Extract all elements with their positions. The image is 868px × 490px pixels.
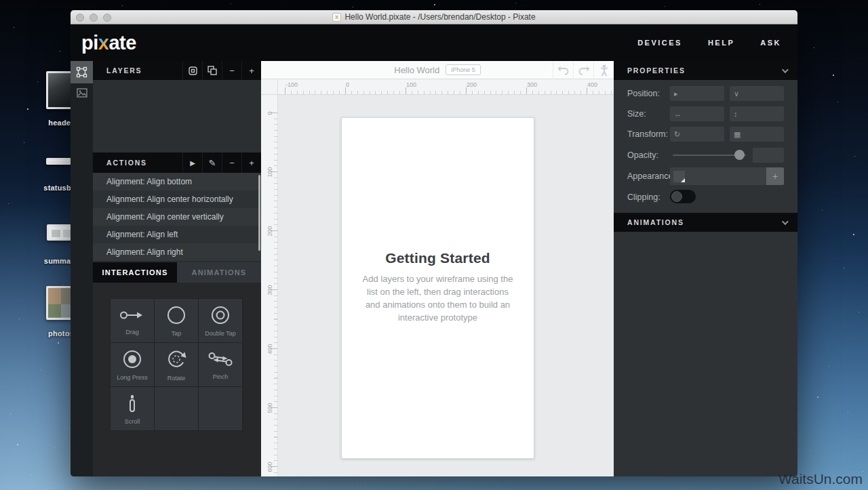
image-tool-button[interactable] — [71, 83, 93, 102]
rotation-input[interactable]: ↻ — [670, 127, 724, 142]
action-item[interactable]: Alignment: Align center vertically — [93, 208, 261, 226]
pinch-icon — [208, 350, 233, 369]
ruler-tick-label: -100 — [285, 81, 298, 88]
position-x-input[interactable]: ▸ — [670, 86, 724, 101]
device-badge[interactable]: iPhone 5 — [446, 64, 481, 75]
ruler-tick-label: 100 — [267, 164, 273, 180]
action-item[interactable]: Alignment: Align left — [93, 226, 261, 243]
add-action-button[interactable]: + — [241, 152, 261, 173]
gesture-label: Pinch — [213, 373, 229, 380]
position-y-input[interactable]: ∨ — [730, 86, 784, 101]
add-layer-button[interactable]: + — [241, 61, 261, 80]
gesture-grid: Drag Tap Double Tap — [110, 298, 243, 431]
gesture-drag[interactable]: Drag — [111, 299, 154, 342]
remove-layer-button[interactable]: − — [222, 61, 241, 80]
gesture-long-press[interactable]: Long Press — [111, 343, 154, 386]
width-input[interactable]: ↔ — [670, 106, 724, 121]
gesture-rotate[interactable]: Rotate — [155, 343, 198, 386]
edit-action-button[interactable]: ✎ — [202, 152, 222, 173]
layers-list-empty[interactable] — [93, 80, 261, 152]
gesture-pinch[interactable]: Pinch — [199, 343, 242, 386]
gesture-scroll[interactable]: Scroll — [111, 387, 154, 430]
person-icon — [599, 64, 609, 77]
redo-button[interactable] — [573, 61, 593, 79]
height-input[interactable]: ↕ — [730, 106, 784, 121]
position-y-icon: ∨ — [734, 89, 739, 98]
ruler-tick-label: 500 — [267, 400, 273, 416]
gesture-label: Rotate — [167, 375, 186, 382]
gesture-label: Tap — [172, 330, 182, 337]
clipping-label: Clipping: — [627, 192, 660, 202]
zoom-window-button[interactable] — [103, 14, 111, 22]
canvas-area[interactable]: Hello World iPhone 5 — [261, 61, 614, 476]
fill-swatch[interactable] — [673, 171, 685, 182]
menu-ask[interactable]: ASK — [760, 39, 781, 47]
mask-icon — [189, 66, 197, 75]
pixate-logo: pixate — [81, 32, 136, 54]
gesture-label: Drag — [125, 329, 139, 335]
actions-header-buttons: ▶ ✎ − + — [182, 152, 261, 173]
close-window-button[interactable] — [76, 14, 84, 22]
layers-panel-title: LAYERS — [93, 66, 182, 75]
window-titlebar[interactable]: x Hello World.pixate - /Users/brendan/De… — [71, 10, 797, 24]
gesture-tap[interactable]: Tap — [155, 299, 198, 342]
matrix-icon: ▦ — [734, 130, 741, 139]
size-label: Size: — [627, 109, 646, 119]
tool-rail — [71, 61, 93, 476]
animations-header[interactable]: ANIMATIONS — [614, 213, 797, 232]
toggle-knob — [671, 191, 682, 202]
traffic-lights — [76, 14, 111, 22]
add-appearance-button[interactable]: + — [766, 167, 784, 185]
gesture-double-tap[interactable]: Double Tap — [199, 299, 242, 342]
tab-animations[interactable]: ANIMATIONS — [177, 262, 261, 283]
chevron-down-icon[interactable] — [782, 218, 789, 225]
clipping-toggle[interactable] — [670, 190, 696, 203]
app-menu: DEVICES HELP ASK — [637, 39, 781, 47]
selection-transform-icon — [76, 66, 87, 78]
appearance-input[interactable] — [670, 167, 766, 185]
left-panel: LAYERS − + — [93, 61, 261, 476]
menu-devices[interactable]: DEVICES — [637, 39, 682, 47]
layers-panel-header: LAYERS − + — [93, 61, 261, 80]
appearance-label: Appearance: — [627, 171, 675, 181]
plus-icon: + — [249, 66, 254, 76]
height-icon: ↕ — [734, 110, 738, 118]
mirror-preview-button[interactable] — [593, 61, 614, 79]
chevron-down-icon[interactable] — [782, 66, 789, 73]
opacity-label: Opacity: — [627, 150, 658, 160]
undo-icon — [557, 66, 570, 75]
tab-interactions[interactable]: INTERACTIONS — [93, 262, 177, 283]
gesture-label: Double Tap — [205, 330, 235, 337]
properties-header[interactable]: PROPERTIES — [614, 61, 797, 80]
ruler-tick-label: 100 — [406, 81, 416, 88]
run-action-button[interactable]: ▶ — [182, 152, 202, 173]
menu-help[interactable]: HELP — [708, 39, 734, 47]
document-icon: x — [332, 13, 341, 22]
duplicate-icon — [208, 66, 217, 75]
mask-layer-button[interactable] — [182, 61, 202, 80]
opacity-slider-knob[interactable] — [734, 150, 745, 160]
artboard-title: Getting Started — [342, 250, 534, 266]
interactions-panel: Drag Tap Double Tap — [93, 283, 261, 476]
opacity-value-input[interactable] — [753, 148, 784, 163]
image-icon — [77, 88, 87, 98]
canvas-toolbar-buttons — [553, 61, 614, 79]
action-item[interactable]: Alignment: Align bottom — [93, 173, 261, 190]
undo-button[interactable] — [553, 61, 573, 79]
duplicate-layer-button[interactable] — [202, 61, 222, 80]
action-item[interactable]: Alignment: Align right — [93, 243, 261, 261]
minus-icon: − — [229, 158, 235, 168]
minimize-window-button[interactable] — [90, 14, 98, 22]
action-item[interactable]: Alignment: Align center horizontally — [93, 190, 261, 208]
properties-title: PROPERTIES — [627, 66, 686, 75]
remove-action-button[interactable]: − — [222, 152, 241, 173]
ruler-corner — [261, 79, 278, 95]
long-press-icon — [122, 349, 142, 369]
select-tool-button[interactable] — [71, 61, 93, 83]
scale-input[interactable]: ▦ — [730, 127, 784, 142]
artboard[interactable]: Getting Started Add layers to your wiref… — [341, 117, 534, 459]
drag-icon — [119, 306, 145, 324]
pencil-icon: ✎ — [209, 158, 216, 168]
actions-scrollbar[interactable] — [258, 175, 260, 251]
rotate-icon: ↻ — [674, 130, 680, 139]
